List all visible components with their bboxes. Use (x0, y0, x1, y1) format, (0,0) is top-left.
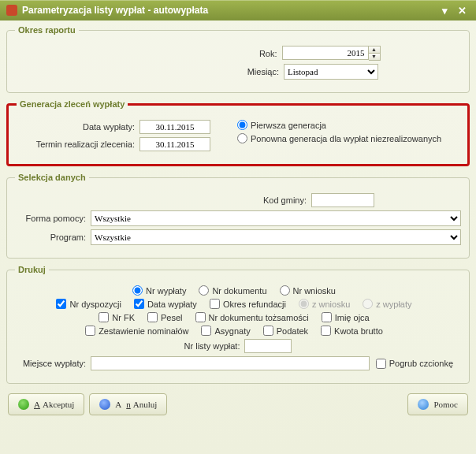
help-icon (418, 399, 429, 410)
input-termin[interactable] (139, 137, 210, 151)
label-termin: Termin realizacji zlecenia: (17, 140, 139, 149)
check-asygnaty[interactable]: Asygnaty (201, 326, 250, 336)
app-icon (6, 5, 17, 16)
spinner-rok[interactable]: ▲▼ (369, 46, 381, 61)
check-nr-dok-toz[interactable]: Nr dokumentu tożsamości (195, 312, 309, 322)
select-program[interactable]: Wszystkie (91, 229, 461, 245)
radio-ponowna-generacja[interactable]: Ponowna generacja dla wypłat niezrealizo… (237, 133, 441, 143)
check-nr-fk[interactable]: Nr FK (99, 312, 135, 322)
input-data-wyplaty[interactable] (139, 120, 210, 134)
titlebar: Parametryzacja listy wypłat - autowypłat… (0, 0, 476, 20)
legend-drukuj: Drukuj (15, 265, 49, 274)
group-generacja: Generacja zleceń wypłaty Data wypłaty: T… (6, 99, 470, 166)
chevron-up-icon[interactable]: ▲ (369, 47, 380, 54)
input-miejsce-wyplaty[interactable] (91, 356, 370, 370)
check-imie-ojca[interactable]: Imię ojca (322, 312, 370, 322)
label-data-wyplaty: Data wypłaty: (17, 122, 139, 132)
accept-button[interactable]: AAkceptuj (8, 393, 84, 415)
button-bar: AAkceptuj AnAnuluj Pomoc (6, 390, 470, 419)
legend-generacja: Generacja zleceń wypłaty (17, 99, 128, 109)
window-title: Parametryzacja listy wypłat - autowypłat… (22, 5, 208, 16)
minimize-icon[interactable]: ▾ (437, 3, 452, 17)
radio-nr-wyplaty[interactable]: Nr wypłaty (132, 285, 186, 296)
input-rok[interactable] (282, 46, 369, 60)
ok-icon (18, 399, 29, 410)
label-miejsce-wyplaty: Miejsce wypłaty: (15, 359, 91, 368)
select-miesiac[interactable]: Listopad (284, 64, 378, 80)
radio-pierwsza-generacja[interactable]: Pierwsza generacja (237, 120, 326, 130)
label-miesiac: Miesiąc: (98, 67, 284, 76)
check-data-wyplaty[interactable]: Data wypłaty (134, 299, 197, 309)
group-drukuj: Drukuj Nr wypłaty Nr dokumentu Nr wniosk… (6, 265, 470, 384)
legend-selekcja: Selekcja danych (15, 173, 89, 182)
cancel-button[interactable]: AnAnuluj (89, 393, 167, 415)
label-rok: Rok: (96, 49, 282, 58)
check-pogrub-czcionke[interactable]: Pogrub czcionkę (376, 359, 453, 369)
help-button[interactable]: Pomoc (407, 393, 468, 415)
select-forma-pomocy[interactable]: Wszystkie (91, 210, 461, 226)
radio-z-wyplaty: z wypłaty (363, 299, 411, 309)
input-kod-gminy[interactable] (311, 193, 374, 207)
check-podatek[interactable]: Podatek (263, 326, 308, 336)
radio-nr-dokumentu[interactable]: Nr dokumentu (199, 285, 266, 296)
legend-okres: Okres raportu (15, 25, 79, 35)
check-nr-dyspozycji[interactable]: Nr dyspozycji (56, 299, 121, 309)
close-icon[interactable]: ✕ (454, 3, 470, 17)
radio-nr-wniosku[interactable]: Nr wniosku (280, 285, 336, 296)
label-forma-pomocy: Forma pomocy: (15, 214, 91, 223)
dialog-window: Parametryzacja listy wypłat - autowypłat… (0, 0, 476, 454)
radio-z-wniosku: z wniosku (299, 299, 350, 309)
check-zestawienie-nominalow[interactable]: Zestawienie nominałów (85, 326, 188, 336)
check-pesel[interactable]: Pesel (147, 312, 183, 322)
label-program: Program: (15, 233, 91, 242)
cancel-icon (99, 399, 110, 410)
group-okres-raportu: Okres raportu Rok: ▲▼ Miesiąc: Listopad (6, 25, 470, 93)
label-nr-listy: Nr listy wypłat: (184, 341, 245, 351)
check-kwota-brutto[interactable]: Kwota brutto (321, 326, 383, 336)
label-kod-gminy: Kod gminy: (102, 195, 311, 205)
check-okres-refundacji[interactable]: Okres refundacji (210, 299, 286, 309)
chevron-down-icon[interactable]: ▼ (369, 54, 380, 60)
group-selekcja: Selekcja danych Kod gminy: Forma pomocy:… (6, 173, 470, 259)
input-nr-listy[interactable] (244, 339, 292, 353)
